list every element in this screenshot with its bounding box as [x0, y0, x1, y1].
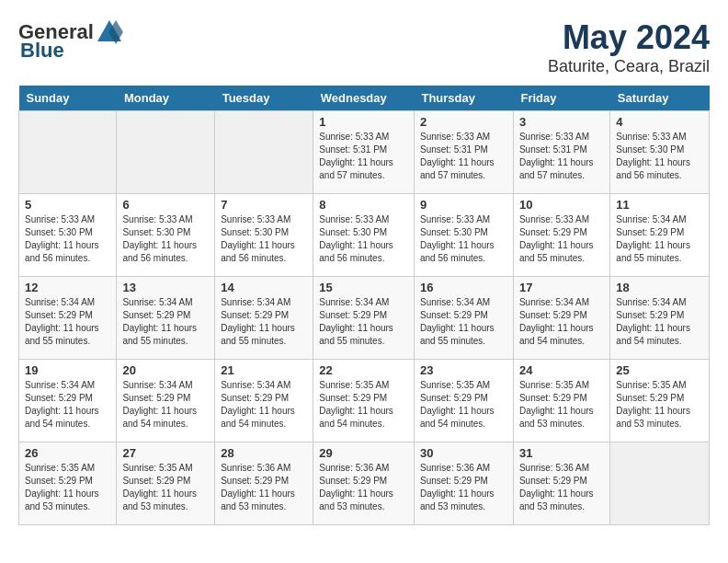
- calendar-cell-w2-d1: 5Sunrise: 5:33 AM Sunset: 5:30 PM Daylig…: [19, 194, 117, 277]
- day-number: 4: [616, 115, 703, 129]
- calendar-cell-w5-d3: 28Sunrise: 5:36 AM Sunset: 5:29 PM Dayli…: [215, 442, 313, 525]
- calendar-cell-w2-d6: 10Sunrise: 5:33 AM Sunset: 5:29 PM Dayli…: [513, 194, 609, 277]
- calendar-table: SundayMondayTuesdayWednesdayThursdayFrid…: [18, 86, 710, 525]
- calendar-cell-w3-d4: 15Sunrise: 5:34 AM Sunset: 5:29 PM Dayli…: [313, 277, 415, 360]
- week-row-4: 19Sunrise: 5:34 AM Sunset: 5:29 PM Dayli…: [19, 360, 710, 442]
- day-info: Sunrise: 5:34 AM Sunset: 5:29 PM Dayligh…: [420, 296, 507, 348]
- day-info: Sunrise: 5:36 AM Sunset: 5:29 PM Dayligh…: [319, 462, 408, 513]
- day-number: 9: [420, 198, 507, 212]
- day-number: 13: [122, 281, 209, 294]
- day-info: Sunrise: 5:34 AM Sunset: 5:29 PM Dayligh…: [122, 379, 209, 431]
- day-info: Sunrise: 5:33 AM Sunset: 5:31 PM Dayligh…: [420, 131, 507, 182]
- day-number: 19: [25, 363, 110, 377]
- day-info: Sunrise: 5:36 AM Sunset: 5:29 PM Dayligh…: [420, 462, 507, 513]
- day-info: Sunrise: 5:34 AM Sunset: 5:29 PM Dayligh…: [616, 213, 703, 265]
- calendar-cell-w5-d6: 31Sunrise: 5:36 AM Sunset: 5:29 PM Dayli…: [513, 442, 609, 525]
- day-info: Sunrise: 5:35 AM Sunset: 5:29 PM Dayligh…: [519, 379, 604, 431]
- day-number: 24: [519, 363, 604, 377]
- calendar-cell-w4-d7: 25Sunrise: 5:35 AM Sunset: 5:29 PM Dayli…: [610, 360, 710, 442]
- calendar-cell-w5-d2: 27Sunrise: 5:35 AM Sunset: 5:29 PM Dayli…: [117, 442, 215, 525]
- week-row-5: 26Sunrise: 5:35 AM Sunset: 5:29 PM Dayli…: [19, 442, 710, 525]
- calendar-cell-w2-d4: 8Sunrise: 5:33 AM Sunset: 5:30 PM Daylig…: [313, 194, 415, 277]
- calendar-cell-w4-d4: 22Sunrise: 5:35 AM Sunset: 5:29 PM Dayli…: [313, 360, 415, 442]
- header-saturday: Saturday: [610, 86, 710, 111]
- header-wednesday: Wednesday: [313, 86, 415, 111]
- calendar-cell-w4-d1: 19Sunrise: 5:34 AM Sunset: 5:29 PM Dayli…: [19, 360, 117, 442]
- day-number: 28: [221, 446, 307, 460]
- day-info: Sunrise: 5:33 AM Sunset: 5:30 PM Dayligh…: [616, 131, 703, 182]
- header-monday: Monday: [117, 86, 215, 111]
- day-info: Sunrise: 5:33 AM Sunset: 5:30 PM Dayligh…: [319, 213, 408, 265]
- title-block: May 2024 Baturite, Ceara, Brazil: [548, 18, 710, 76]
- day-number: 11: [616, 198, 703, 212]
- calendar-cell-w1-d3: [215, 111, 313, 194]
- calendar-title: May 2024: [548, 18, 710, 57]
- day-number: 12: [25, 281, 110, 294]
- day-number: 8: [319, 198, 408, 212]
- day-info: Sunrise: 5:34 AM Sunset: 5:29 PM Dayligh…: [221, 379, 307, 431]
- day-info: Sunrise: 5:33 AM Sunset: 5:30 PM Dayligh…: [25, 213, 110, 265]
- day-number: 20: [122, 363, 209, 377]
- header-tuesday: Tuesday: [215, 86, 313, 111]
- day-info: Sunrise: 5:35 AM Sunset: 5:29 PM Dayligh…: [319, 379, 408, 431]
- day-info: Sunrise: 5:33 AM Sunset: 5:30 PM Dayligh…: [221, 213, 307, 265]
- calendar-cell-w3-d5: 16Sunrise: 5:34 AM Sunset: 5:29 PM Dayli…: [414, 277, 513, 360]
- days-header-row: SundayMondayTuesdayWednesdayThursdayFrid…: [19, 86, 710, 111]
- day-number: 18: [616, 281, 703, 294]
- day-number: 30: [420, 446, 507, 460]
- calendar-cell-w2-d5: 9Sunrise: 5:33 AM Sunset: 5:30 PM Daylig…: [414, 194, 513, 277]
- day-number: 1: [319, 115, 408, 129]
- calendar-cell-w3-d2: 13Sunrise: 5:34 AM Sunset: 5:29 PM Dayli…: [117, 277, 215, 360]
- calendar-cell-w1-d4: 1Sunrise: 5:33 AM Sunset: 5:31 PM Daylig…: [313, 111, 415, 194]
- day-number: 5: [25, 198, 110, 212]
- calendar-cell-w1-d7: 4Sunrise: 5:33 AM Sunset: 5:30 PM Daylig…: [610, 111, 710, 194]
- calendar-cell-w1-d1: [19, 111, 117, 194]
- calendar-cell-w3-d7: 18Sunrise: 5:34 AM Sunset: 5:29 PM Dayli…: [610, 277, 710, 360]
- day-info: Sunrise: 5:34 AM Sunset: 5:29 PM Dayligh…: [25, 379, 110, 431]
- day-number: 26: [25, 446, 110, 460]
- day-number: 27: [122, 446, 209, 460]
- week-row-1: 1Sunrise: 5:33 AM Sunset: 5:31 PM Daylig…: [19, 111, 710, 194]
- day-info: Sunrise: 5:33 AM Sunset: 5:31 PM Dayligh…: [519, 131, 604, 182]
- header-thursday: Thursday: [414, 86, 513, 111]
- calendar-cell-w4-d6: 24Sunrise: 5:35 AM Sunset: 5:29 PM Dayli…: [513, 360, 609, 442]
- calendar-cell-w4-d3: 21Sunrise: 5:34 AM Sunset: 5:29 PM Dayli…: [215, 360, 313, 442]
- day-info: Sunrise: 5:35 AM Sunset: 5:29 PM Dayligh…: [122, 462, 209, 513]
- day-info: Sunrise: 5:36 AM Sunset: 5:29 PM Dayligh…: [221, 462, 307, 513]
- day-info: Sunrise: 5:34 AM Sunset: 5:29 PM Dayligh…: [221, 296, 307, 348]
- calendar-cell-w3-d1: 12Sunrise: 5:34 AM Sunset: 5:29 PM Dayli…: [19, 277, 117, 360]
- day-number: 14: [221, 281, 307, 294]
- calendar-cell-w5-d7: [610, 442, 710, 525]
- day-number: 23: [420, 363, 507, 377]
- day-number: 22: [319, 363, 408, 377]
- day-number: 29: [319, 446, 408, 460]
- calendar-cell-w5-d1: 26Sunrise: 5:35 AM Sunset: 5:29 PM Dayli…: [19, 442, 117, 525]
- day-number: 25: [616, 363, 703, 377]
- week-row-2: 5Sunrise: 5:33 AM Sunset: 5:30 PM Daylig…: [19, 194, 710, 277]
- calendar-cell-w3-d6: 17Sunrise: 5:34 AM Sunset: 5:29 PM Dayli…: [513, 277, 609, 360]
- day-number: 31: [519, 446, 604, 460]
- day-info: Sunrise: 5:36 AM Sunset: 5:29 PM Dayligh…: [519, 462, 604, 513]
- header-friday: Friday: [513, 86, 609, 111]
- calendar-cell-w4-d2: 20Sunrise: 5:34 AM Sunset: 5:29 PM Dayli…: [117, 360, 215, 442]
- day-info: Sunrise: 5:34 AM Sunset: 5:29 PM Dayligh…: [616, 296, 703, 348]
- calendar-cell-w2-d7: 11Sunrise: 5:34 AM Sunset: 5:29 PM Dayli…: [610, 194, 710, 277]
- day-number: 16: [420, 281, 507, 294]
- day-info: Sunrise: 5:33 AM Sunset: 5:30 PM Dayligh…: [122, 213, 209, 265]
- day-info: Sunrise: 5:34 AM Sunset: 5:29 PM Dayligh…: [319, 296, 408, 348]
- day-info: Sunrise: 5:34 AM Sunset: 5:29 PM Dayligh…: [122, 296, 209, 348]
- day-info: Sunrise: 5:35 AM Sunset: 5:29 PM Dayligh…: [25, 462, 110, 513]
- calendar-cell-w1-d6: 3Sunrise: 5:33 AM Sunset: 5:31 PM Daylig…: [513, 111, 609, 194]
- day-info: Sunrise: 5:35 AM Sunset: 5:29 PM Dayligh…: [420, 379, 507, 431]
- calendar-cell-w2-d2: 6Sunrise: 5:33 AM Sunset: 5:30 PM Daylig…: [117, 194, 215, 277]
- calendar-cell-w4-d5: 23Sunrise: 5:35 AM Sunset: 5:29 PM Dayli…: [414, 360, 513, 442]
- day-info: Sunrise: 5:33 AM Sunset: 5:31 PM Dayligh…: [319, 131, 408, 182]
- day-info: Sunrise: 5:33 AM Sunset: 5:29 PM Dayligh…: [519, 213, 604, 265]
- logo-text-blue: Blue: [20, 39, 64, 63]
- day-number: 2: [420, 115, 507, 129]
- day-info: Sunrise: 5:33 AM Sunset: 5:30 PM Dayligh…: [420, 213, 507, 265]
- day-info: Sunrise: 5:34 AM Sunset: 5:29 PM Dayligh…: [519, 296, 604, 348]
- header-sunday: Sunday: [19, 86, 117, 111]
- day-number: 3: [519, 115, 604, 129]
- calendar-cell-w3-d3: 14Sunrise: 5:34 AM Sunset: 5:29 PM Dayli…: [215, 277, 313, 360]
